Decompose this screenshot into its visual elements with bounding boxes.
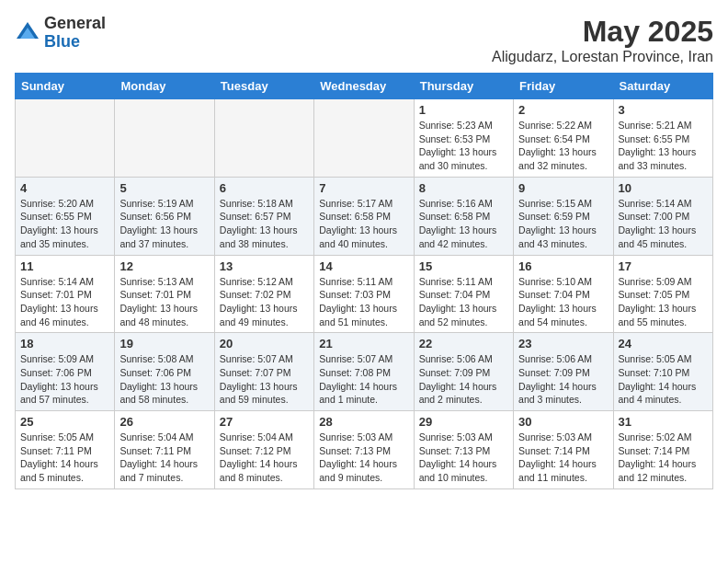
logo: General Blue (15, 15, 106, 52)
weekday-header: Monday (115, 74, 214, 99)
day-info: Sunrise: 5:06 AM Sunset: 7:09 PM Dayligh… (419, 352, 508, 407)
day-number: 17 (619, 259, 708, 273)
day-number: 28 (319, 415, 408, 429)
calendar-cell: 10Sunrise: 5:14 AM Sunset: 7:00 PM Dayli… (613, 177, 712, 255)
weekday-header: Tuesday (214, 74, 313, 99)
day-number: 15 (419, 259, 508, 273)
day-number: 31 (619, 415, 708, 429)
calendar-cell: 6Sunrise: 5:18 AM Sunset: 6:57 PM Daylig… (214, 177, 313, 255)
weekday-header: Wednesday (314, 74, 414, 99)
calendar-cell: 17Sunrise: 5:09 AM Sunset: 7:05 PM Dayli… (613, 255, 712, 333)
day-info: Sunrise: 5:04 AM Sunset: 7:12 PM Dayligh… (220, 431, 309, 485)
day-number: 14 (319, 259, 408, 273)
day-number: 24 (619, 337, 708, 350)
calendar-week-row: 18Sunrise: 5:09 AM Sunset: 7:06 PM Dayli… (16, 333, 713, 411)
day-number: 1 (419, 103, 508, 117)
day-number: 12 (119, 259, 209, 273)
day-info: Sunrise: 5:10 AM Sunset: 7:04 PM Dayligh… (518, 275, 608, 329)
calendar-cell: 16Sunrise: 5:10 AM Sunset: 7:04 PM Dayli… (514, 255, 613, 333)
day-number: 27 (220, 415, 309, 429)
day-info: Sunrise: 5:04 AM Sunset: 7:11 PM Dayligh… (119, 431, 209, 485)
weekday-header: Friday (514, 74, 613, 99)
weekday-header: Thursday (414, 74, 513, 99)
day-number: 11 (20, 259, 109, 273)
subtitle: Aligudarz, Lorestan Province, Iran (492, 49, 713, 65)
day-info: Sunrise: 5:19 AM Sunset: 6:56 PM Dayligh… (119, 197, 209, 251)
calendar-cell (115, 99, 214, 178)
day-info: Sunrise: 5:14 AM Sunset: 7:01 PM Dayligh… (20, 275, 109, 329)
day-number: 7 (319, 181, 408, 195)
day-number: 8 (419, 181, 508, 195)
calendar-week-row: 11Sunrise: 5:14 AM Sunset: 7:01 PM Dayli… (16, 255, 713, 333)
calendar-cell: 5Sunrise: 5:19 AM Sunset: 6:56 PM Daylig… (115, 177, 214, 255)
calendar-cell: 3Sunrise: 5:21 AM Sunset: 6:55 PM Daylig… (613, 99, 712, 178)
day-number: 18 (20, 337, 109, 350)
day-info: Sunrise: 5:03 AM Sunset: 7:13 PM Dayligh… (319, 431, 408, 485)
calendar-cell: 18Sunrise: 5:09 AM Sunset: 7:06 PM Dayli… (16, 333, 115, 411)
day-info: Sunrise: 5:08 AM Sunset: 7:06 PM Dayligh… (119, 352, 209, 407)
day-number: 25 (20, 415, 109, 429)
day-info: Sunrise: 5:07 AM Sunset: 7:07 PM Dayligh… (220, 352, 309, 407)
day-number: 4 (20, 181, 109, 195)
calendar-cell: 11Sunrise: 5:14 AM Sunset: 7:01 PM Dayli… (16, 255, 115, 333)
day-info: Sunrise: 5:13 AM Sunset: 7:01 PM Dayligh… (119, 275, 209, 329)
day-info: Sunrise: 5:09 AM Sunset: 7:05 PM Dayligh… (619, 275, 708, 329)
day-number: 26 (119, 415, 209, 429)
weekday-header: Saturday (613, 74, 712, 99)
page-header: General Blue May 2025 Aligudarz, Loresta… (15, 15, 713, 65)
logo-text: General Blue (44, 15, 106, 52)
calendar-cell: 20Sunrise: 5:07 AM Sunset: 7:07 PM Dayli… (214, 333, 313, 411)
day-number: 20 (220, 337, 309, 350)
day-number: 13 (220, 259, 309, 273)
calendar-week-row: 1Sunrise: 5:23 AM Sunset: 6:53 PM Daylig… (16, 99, 713, 178)
calendar-cell: 19Sunrise: 5:08 AM Sunset: 7:06 PM Dayli… (115, 333, 214, 411)
day-info: Sunrise: 5:09 AM Sunset: 7:06 PM Dayligh… (20, 352, 109, 407)
calendar-cell: 1Sunrise: 5:23 AM Sunset: 6:53 PM Daylig… (414, 99, 513, 178)
day-info: Sunrise: 5:14 AM Sunset: 7:00 PM Dayligh… (619, 197, 708, 251)
day-number: 21 (319, 337, 408, 350)
logo-icon (15, 20, 40, 46)
calendar-cell: 31Sunrise: 5:02 AM Sunset: 7:14 PM Dayli… (613, 411, 712, 489)
day-number: 6 (220, 181, 309, 195)
calendar-cell: 23Sunrise: 5:06 AM Sunset: 7:09 PM Dayli… (514, 333, 613, 411)
calendar-cell: 22Sunrise: 5:06 AM Sunset: 7:09 PM Dayli… (414, 333, 513, 411)
calendar-table: SundayMondayTuesdayWednesdayThursdayFrid… (15, 73, 713, 489)
calendar-cell: 15Sunrise: 5:11 AM Sunset: 7:04 PM Dayli… (414, 255, 513, 333)
day-number: 19 (119, 337, 209, 350)
calendar-cell: 25Sunrise: 5:05 AM Sunset: 7:11 PM Dayli… (16, 411, 115, 489)
day-info: Sunrise: 5:07 AM Sunset: 7:08 PM Dayligh… (319, 352, 408, 407)
day-number: 30 (518, 415, 608, 429)
day-number: 23 (518, 337, 608, 350)
day-info: Sunrise: 5:11 AM Sunset: 7:03 PM Dayligh… (319, 275, 408, 329)
logo-blue-label: Blue (44, 33, 106, 52)
day-number: 5 (119, 181, 209, 195)
day-info: Sunrise: 5:05 AM Sunset: 7:11 PM Dayligh… (20, 431, 109, 485)
calendar-cell: 14Sunrise: 5:11 AM Sunset: 7:03 PM Dayli… (314, 255, 414, 333)
calendar-cell (214, 99, 313, 178)
weekday-header: Sunday (16, 74, 115, 99)
calendar-cell (16, 99, 115, 178)
month-title: May 2025 (492, 15, 713, 49)
calendar-week-row: 4Sunrise: 5:20 AM Sunset: 6:55 PM Daylig… (16, 177, 713, 255)
day-info: Sunrise: 5:23 AM Sunset: 6:53 PM Dayligh… (419, 119, 508, 173)
calendar-cell: 2Sunrise: 5:22 AM Sunset: 6:54 PM Daylig… (514, 99, 613, 178)
day-number: 3 (619, 103, 708, 117)
day-number: 10 (619, 181, 708, 195)
calendar-cell: 8Sunrise: 5:16 AM Sunset: 6:58 PM Daylig… (414, 177, 513, 255)
day-number: 29 (419, 415, 508, 429)
day-number: 22 (419, 337, 508, 350)
calendar-cell: 4Sunrise: 5:20 AM Sunset: 6:55 PM Daylig… (16, 177, 115, 255)
calendar-week-row: 25Sunrise: 5:05 AM Sunset: 7:11 PM Dayli… (16, 411, 713, 489)
day-info: Sunrise: 5:18 AM Sunset: 6:57 PM Dayligh… (220, 197, 309, 251)
day-info: Sunrise: 5:05 AM Sunset: 7:10 PM Dayligh… (619, 352, 708, 407)
calendar-cell: 9Sunrise: 5:15 AM Sunset: 6:59 PM Daylig… (514, 177, 613, 255)
day-info: Sunrise: 5:21 AM Sunset: 6:55 PM Dayligh… (619, 119, 708, 173)
day-info: Sunrise: 5:03 AM Sunset: 7:13 PM Dayligh… (419, 431, 508, 485)
day-number: 9 (518, 181, 608, 195)
calendar-cell: 29Sunrise: 5:03 AM Sunset: 7:13 PM Dayli… (414, 411, 513, 489)
calendar-cell: 27Sunrise: 5:04 AM Sunset: 7:12 PM Dayli… (214, 411, 313, 489)
day-info: Sunrise: 5:03 AM Sunset: 7:14 PM Dayligh… (518, 431, 608, 485)
day-info: Sunrise: 5:20 AM Sunset: 6:55 PM Dayligh… (20, 197, 109, 251)
calendar-cell: 13Sunrise: 5:12 AM Sunset: 7:02 PM Dayli… (214, 255, 313, 333)
title-block: May 2025 Aligudarz, Lorestan Province, I… (492, 15, 713, 65)
